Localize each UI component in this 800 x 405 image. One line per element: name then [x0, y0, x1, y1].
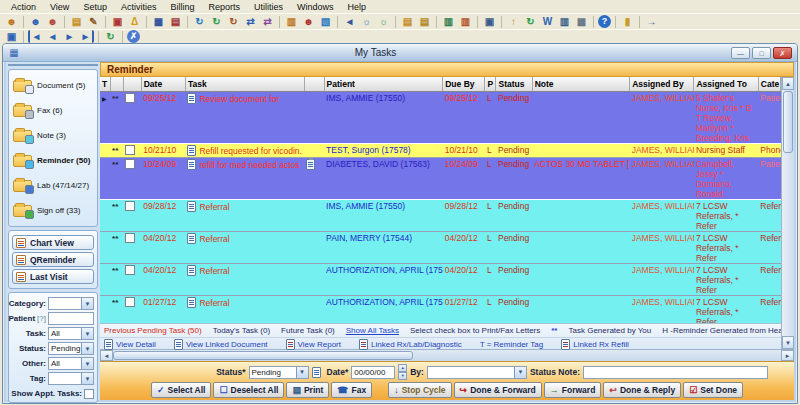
- check-out-icon[interactable]: ◄: [342, 15, 357, 28]
- task-document-icon[interactable]: [187, 93, 196, 104]
- last-record-icon[interactable]: ►: [79, 30, 94, 43]
- first-record-icon[interactable]: ◄: [28, 30, 43, 43]
- stop-cycle-button[interactable]: ↓Stop Cycle: [388, 382, 451, 398]
- scroll-left-icon[interactable]: ◄: [100, 350, 113, 361]
- footer-status-select[interactable]: Pending▼: [249, 366, 309, 379]
- logout-icon[interactable]: →: [644, 15, 659, 28]
- task-row[interactable]: ▶**09/25/12Review document forIMS, AMMIE…: [100, 91, 781, 143]
- patient-edit-icon[interactable]: ☻: [45, 15, 60, 28]
- maximize-button[interactable]: □: [752, 47, 771, 59]
- done-and-reply-button[interactable]: ↩Done & Reply: [603, 382, 681, 398]
- menu-item-setup[interactable]: Setup: [76, 2, 114, 12]
- column-header-p[interactable]: P: [485, 77, 496, 91]
- close-icon[interactable]: ✗: [127, 30, 140, 43]
- patient-flow-icon[interactable]: ☻: [301, 15, 316, 28]
- photo-icon[interactable]: ▣: [482, 15, 497, 28]
- legend-view-report[interactable]: View Report: [286, 339, 341, 350]
- column-header-due-by[interactable]: Due By: [443, 77, 485, 91]
- calendar-icon[interactable]: ▦: [151, 15, 166, 28]
- next-record-icon[interactable]: ►: [62, 30, 77, 43]
- deselect-all-button[interactable]: ☐Deselect All: [213, 382, 284, 398]
- horizontal-scroll-thumb[interactable]: [113, 351, 413, 360]
- task-document-icon[interactable]: [187, 201, 196, 212]
- select-all-button[interactable]: ✓Select All: [151, 382, 212, 398]
- legend-view-linked-document[interactable]: View Linked Document: [174, 339, 268, 350]
- provider-select[interactable]: JAMES, WILLIAM ▼: [8, 64, 98, 66]
- sidebar-button-qreminder[interactable]: QReminder: [12, 252, 94, 267]
- task-row[interactable]: **04/20/12ReferralPAIN, MERRY (17544)04/…: [100, 231, 781, 263]
- minimize-button[interactable]: —: [731, 47, 750, 59]
- column-header-status[interactable]: Status: [496, 77, 532, 91]
- tag-select[interactable]: ▼: [48, 372, 94, 385]
- refresh-tasks-icon[interactable]: ↻: [192, 15, 207, 28]
- column-header-blank-1[interactable]: [110, 77, 123, 91]
- chevron-down-icon[interactable]: ▼: [81, 343, 93, 354]
- refresh-icon[interactable]: ↻: [103, 30, 118, 43]
- date-spinner[interactable]: ▲▼: [398, 364, 407, 380]
- close-button[interactable]: ✗: [773, 47, 792, 59]
- import-data-icon[interactable]: ▥: [441, 15, 456, 28]
- chevron-down-icon[interactable]: ▼: [81, 328, 93, 339]
- row-checkbox[interactable]: [125, 297, 135, 307]
- sidebar-item-fax[interactable]: Fax (6): [11, 98, 95, 123]
- patient-icon[interactable]: ☻: [4, 15, 19, 28]
- sidebar-item-document[interactable]: Document (5): [11, 73, 95, 98]
- sync-patient-icon[interactable]: ↻: [226, 15, 241, 28]
- menu-item-view[interactable]: View: [43, 2, 76, 12]
- status-note-icon[interactable]: [312, 367, 321, 378]
- print-button[interactable]: ▤Print: [286, 382, 329, 398]
- send-tasks-icon[interactable]: ⇄: [243, 15, 258, 28]
- open-chart-icon[interactable]: ▤: [69, 15, 84, 28]
- sidebar-item-reminder[interactable]: Reminder (50): [11, 148, 95, 173]
- menu-item-action[interactable]: Action: [4, 2, 43, 12]
- sidebar-item-note[interactable]: Note (3): [11, 123, 95, 148]
- footer-date-input[interactable]: 00/00/00: [351, 366, 395, 379]
- fax-button[interactable]: ☎Fax: [331, 382, 372, 398]
- column-header-cate[interactable]: Cate: [758, 77, 780, 91]
- status-select[interactable]: Pending▼: [48, 342, 94, 355]
- show-appt-checkbox[interactable]: [84, 389, 94, 399]
- show-all-tasks-link[interactable]: Show All Tasks: [346, 326, 399, 335]
- sync-green-icon[interactable]: ↻: [209, 15, 224, 28]
- scroll-right-icon[interactable]: ►: [781, 350, 794, 361]
- sidebar-item-lab[interactable]: Lab (47/14/27): [11, 173, 95, 198]
- task-select[interactable]: All▼: [48, 327, 94, 340]
- footer-note-input[interactable]: [583, 366, 768, 379]
- menu-item-billing[interactable]: Billing: [163, 2, 201, 12]
- menu-item-help[interactable]: Help: [340, 2, 373, 12]
- row-checkbox[interactable]: [125, 233, 135, 243]
- sync-update-icon[interactable]: ↻: [523, 15, 538, 28]
- sidebar-button-chart-view[interactable]: Chart View: [12, 235, 94, 250]
- lock-icon[interactable]: ▮: [620, 15, 635, 28]
- save-icon[interactable]: ▣: [4, 30, 19, 43]
- row-checkbox[interactable]: [125, 145, 135, 155]
- task-document-icon[interactable]: [187, 159, 196, 170]
- chevron-down-icon[interactable]: ▼: [81, 373, 93, 384]
- task-document-icon[interactable]: [187, 265, 196, 276]
- task-window-icon[interactable]: ▥: [284, 15, 299, 28]
- word-export-icon[interactable]: W: [540, 15, 555, 28]
- vertical-scroll-thumb[interactable]: [783, 91, 793, 153]
- sidebar-item-signoff[interactable]: Sign off (33): [11, 198, 95, 223]
- folder-transfer-icon[interactable]: ▤: [417, 15, 432, 28]
- column-header-task[interactable]: Task: [185, 77, 304, 91]
- growth-chart-icon[interactable]: ▧: [318, 15, 333, 28]
- column-header-blank-2[interactable]: [123, 77, 141, 91]
- help-icon[interactable]: ?: [598, 15, 611, 28]
- edit-note-icon[interactable]: ✎: [86, 15, 101, 28]
- column-header-t[interactable]: T: [100, 77, 110, 91]
- patient-add-icon[interactable]: ☻: [28, 15, 43, 28]
- legend-view-detail[interactable]: View Detail: [104, 339, 156, 350]
- web-sync-icon[interactable]: ☼: [376, 15, 391, 28]
- column-header-assigned-by[interactable]: Assigned By: [630, 77, 694, 91]
- done-and-forward-button[interactable]: ↪Done & Forward: [454, 382, 542, 398]
- legend-linked-rx-lab-diagnostic[interactable]: Linked Rx/Lab/Diagnostic: [359, 339, 462, 350]
- delete-document-icon[interactable]: ▣: [110, 15, 125, 28]
- row-checkbox[interactable]: [125, 93, 135, 103]
- sidebar-button-last-visit[interactable]: Last Visit: [12, 269, 94, 284]
- spinner-down-icon[interactable]: ▼: [398, 372, 407, 380]
- menu-item-activities[interactable]: Activities: [114, 2, 164, 12]
- column-header-assigned-to[interactable]: Assigned To: [694, 77, 758, 91]
- vertical-scrollbar[interactable]: ▲ ▼: [781, 77, 794, 349]
- chevron-down-icon[interactable]: ▼: [81, 358, 93, 369]
